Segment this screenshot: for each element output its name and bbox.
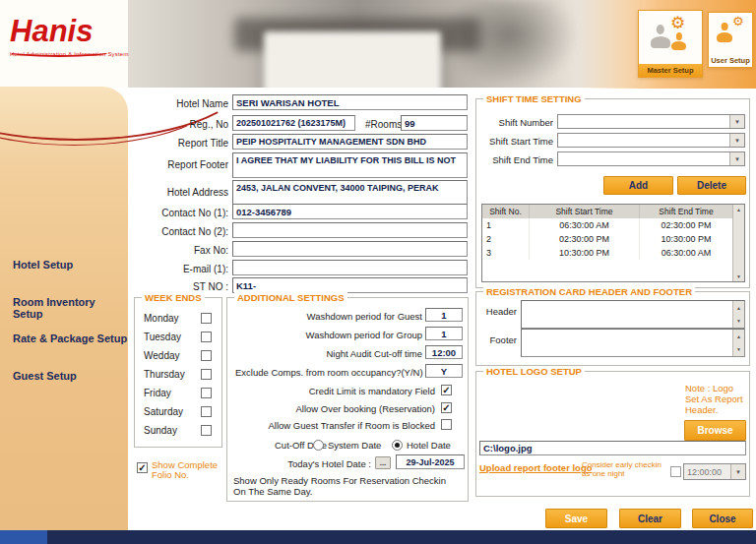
shift-start-label: Shift Start Time bbox=[479, 136, 553, 147]
shift-table-row[interactable]: 1 06:30:00 AM 02:30:00 PM bbox=[482, 218, 744, 232]
hotel-date-radio[interactable] bbox=[392, 440, 403, 451]
fax-input[interactable] bbox=[232, 241, 468, 257]
hotel-logo-title: HOTEL LOGO SETUP bbox=[483, 366, 585, 377]
todays-hotel-date-label: Today's Hotel Date : bbox=[235, 458, 371, 469]
day-wedday-label: Wedday bbox=[144, 350, 180, 361]
week-ends-title: WEEK ENDS bbox=[142, 292, 205, 303]
save-button[interactable]: Save bbox=[545, 509, 607, 528]
user-setup-button[interactable]: ⚙ User Setup bbox=[708, 12, 753, 68]
brand-logo: Hanis bbox=[10, 14, 93, 49]
reg-no-label: Reg., No bbox=[98, 119, 228, 130]
day-saturday-checkbox[interactable] bbox=[201, 406, 212, 417]
logo-path-input[interactable]: C:\logo.jpg bbox=[479, 441, 746, 455]
exclude-comps-label: Exclude Comps. from room occupancy?(Y/N) bbox=[235, 367, 422, 378]
report-footer-label: Report Footer bbox=[98, 159, 228, 170]
hotel-name-input[interactable]: SERI WARISAN HOTEL bbox=[232, 94, 468, 110]
contact1-input[interactable]: 012-3456789 bbox=[232, 204, 468, 219]
shift-table-row[interactable]: 2 02:30:00 PM 10:30:00 PM bbox=[482, 232, 744, 246]
rooms-input[interactable]: 99 bbox=[401, 115, 468, 131]
reg-header-textarea[interactable]: ▲▼ bbox=[521, 300, 745, 329]
bottom-bar-accent bbox=[0, 530, 47, 544]
delete-button[interactable]: Delete bbox=[677, 176, 746, 195]
date-browse-button[interactable]: ... bbox=[375, 456, 391, 469]
rooms-label: #Rooms bbox=[365, 119, 401, 130]
guest-transfer-label: Allow Guest Transfer if Room is Blocked bbox=[241, 420, 435, 431]
hotel-address-textarea[interactable]: 2453, JALAN CONVENT, 34000 TAIPING, PERA… bbox=[232, 180, 468, 205]
show-complete-folio-checkbox[interactable] bbox=[137, 462, 148, 473]
system-date-radio[interactable] bbox=[313, 440, 324, 451]
person-icon bbox=[671, 32, 686, 50]
shift-table-row[interactable]: 3 10:30:00 PM 06:30:00 AM bbox=[482, 246, 744, 260]
shift-table-scrollbar[interactable]: ▲▼ bbox=[732, 205, 744, 281]
shift-end-label: Shift End Time bbox=[479, 154, 553, 165]
gear-icon: ⚙ bbox=[732, 15, 744, 28]
day-thursday-checkbox[interactable] bbox=[201, 369, 212, 380]
ready-rooms-note: Show Only Ready Rooms For Reservation Ch… bbox=[233, 475, 458, 497]
night-audit-input[interactable]: 12:00 bbox=[425, 345, 463, 359]
person-icon bbox=[651, 25, 670, 48]
sidebar-item-room-inventory-setup[interactable]: Room Inventory Setup bbox=[0, 296, 128, 320]
show-complete-folio-label: Show Complete Folio No. bbox=[152, 460, 228, 480]
credit-limit-label: Credit Limit is mandatory Field bbox=[241, 386, 435, 396]
day-tuesday-label: Tuesday bbox=[144, 332, 181, 342]
col-shift-no: Shift No. bbox=[482, 205, 530, 218]
shift-end-dropdown[interactable] bbox=[557, 151, 745, 166]
reg-no-input[interactable]: 202501021762 (1623175M) bbox=[232, 115, 355, 131]
email-input[interactable] bbox=[232, 260, 468, 275]
close-button[interactable]: Close bbox=[692, 509, 753, 528]
shift-number-dropdown[interactable] bbox=[557, 114, 745, 129]
report-title-label: Report Title bbox=[98, 138, 228, 149]
fax-label: Fax No: bbox=[98, 245, 228, 256]
washdown-guest-input[interactable]: 1 bbox=[425, 308, 463, 322]
logo-note: Note : Logo Set As Report Header. bbox=[685, 383, 748, 415]
washdown-group-input[interactable]: 1 bbox=[425, 327, 463, 340]
guest-transfer-checkbox[interactable] bbox=[441, 419, 452, 430]
clear-button[interactable]: Clear bbox=[619, 509, 681, 528]
credit-limit-checkbox[interactable] bbox=[441, 385, 452, 395]
master-setup-label: Master Setup bbox=[639, 64, 702, 77]
bottom-bar bbox=[0, 530, 756, 544]
upload-footer-logo-link[interactable]: Upload report footer logo bbox=[479, 462, 593, 473]
master-setup-button[interactable]: ⚙ Master Setup bbox=[638, 10, 703, 78]
contact2-input[interactable] bbox=[232, 222, 468, 238]
reg-header-scrollbar[interactable]: ▲▼ bbox=[732, 301, 744, 328]
sidebar-item-rate-package-setup[interactable]: Rate & Package Setup bbox=[0, 332, 128, 344]
reg-footer-scrollbar[interactable]: ▲▼ bbox=[732, 330, 744, 356]
washdown-guest-label: Washdown period for Guest bbox=[235, 311, 422, 322]
system-date-label: System Date bbox=[328, 440, 381, 451]
night-audit-label: Night Audit Cut-off time bbox=[235, 348, 422, 359]
overbooking-label: Allow Over booking (Reservation) bbox=[241, 403, 435, 414]
exclude-comps-input[interactable]: Y bbox=[425, 364, 463, 378]
shift-table: Shift No. Shift Start Time Shift End Tim… bbox=[481, 204, 745, 282]
day-monday-label: Monday bbox=[144, 313, 179, 324]
day-wedday-checkbox[interactable] bbox=[201, 350, 212, 361]
report-footer-textarea[interactable]: I AGREE THAT MY LIABILITY FOR THIS BILL … bbox=[232, 152, 468, 178]
day-friday-label: Friday bbox=[144, 388, 171, 398]
report-title-input[interactable]: PEIP HOSPITALITY MANAGEMENT SDN BHD bbox=[232, 134, 468, 150]
contact1-label: Contact No (1): bbox=[98, 208, 228, 218]
additional-settings-title: ADDITIONAL SETTINGS bbox=[234, 292, 347, 303]
early-checkin-time-dropdown[interactable]: 12:00:00 bbox=[683, 463, 746, 480]
early-checkin-checkbox[interactable] bbox=[670, 466, 681, 477]
col-shift-end: Shift End Time bbox=[640, 205, 733, 218]
browse-button[interactable]: Browse bbox=[684, 420, 746, 441]
day-tuesday-checkbox[interactable] bbox=[201, 332, 212, 342]
washdown-group-label: Washdown period for Group bbox=[235, 330, 422, 340]
shift-start-dropdown[interactable] bbox=[557, 133, 745, 148]
gear-icon: ⚙ bbox=[670, 15, 685, 31]
day-saturday-label: Saturday bbox=[144, 406, 183, 417]
todays-hotel-date-value: 29-Jul-2025 bbox=[396, 454, 465, 469]
day-sunday-checkbox[interactable] bbox=[201, 425, 212, 436]
reg-footer-textarea[interactable]: ▲▼ bbox=[521, 329, 745, 357]
hotel-date-label: Hotel Date bbox=[407, 440, 451, 451]
overbooking-checkbox[interactable] bbox=[441, 402, 452, 413]
hotel-address-label: Hotel Address bbox=[98, 187, 228, 198]
header-photo bbox=[116, 0, 643, 88]
st-no-input[interactable]: K11- bbox=[232, 277, 468, 293]
day-friday-checkbox[interactable] bbox=[201, 388, 212, 398]
shift-time-title: SHIFT TIME SETTING bbox=[483, 93, 585, 104]
reg-header-label: Header bbox=[479, 306, 517, 317]
add-button[interactable]: Add bbox=[603, 176, 673, 195]
day-monday-checkbox[interactable] bbox=[201, 313, 212, 324]
sidebar-item-guest-setup[interactable]: Guest Setup bbox=[0, 370, 128, 382]
